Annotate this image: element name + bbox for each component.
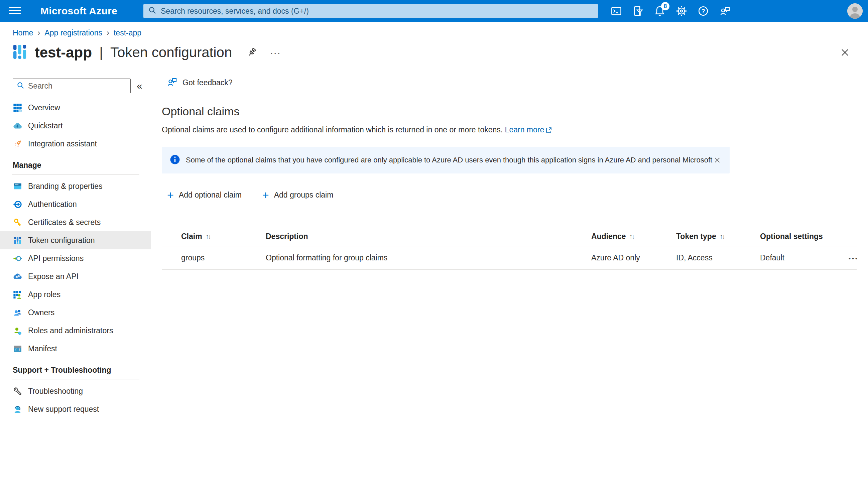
column-header-claim[interactable]: Claim ↑↓: [181, 232, 266, 241]
svg-text:www: www: [15, 184, 19, 185]
avatar[interactable]: [847, 3, 863, 19]
page-title-section: Token configuration: [110, 44, 232, 61]
brand-title[interactable]: Microsoft Azure: [40, 0, 117, 22]
hamburger-menu-icon[interactable]: [9, 7, 21, 15]
claims-table-header: Claim ↑↓ Description Audience ↑↓ Token t…: [162, 227, 857, 246]
sidebar-item-label: Roles and administrators: [28, 326, 113, 335]
sidebar-item-label: Integration assistant: [28, 140, 97, 148]
feedback-icon[interactable]: [719, 5, 731, 17]
feedback-icon: [167, 77, 178, 89]
branding-icon: www: [13, 182, 22, 191]
sidebar-item-label: Manifest: [28, 344, 57, 353]
cell-description: Optional formatting for group claims: [266, 253, 591, 263]
sidebar-item-roles-admins[interactable]: Roles and administrators: [0, 322, 151, 340]
sidebar-menu: « Overview Quickstart Integration assist…: [0, 68, 151, 418]
sort-arrows-icon: ↑↓: [629, 233, 634, 240]
overview-icon: [13, 103, 22, 113]
external-link-icon: [546, 126, 552, 136]
more-actions-icon[interactable]: …: [269, 44, 281, 61]
sidebar-item-token-configuration[interactable]: Token configuration: [0, 231, 151, 249]
divider: [12, 379, 140, 379]
command-bar: Got feedback?: [162, 68, 868, 97]
breadcrumb-app-registrations[interactable]: App registrations: [44, 28, 102, 37]
sidebar-section-manage: Manage: [0, 153, 151, 170]
global-search-box[interactable]: [144, 4, 598, 18]
cell-token-type: ID, Access: [676, 253, 760, 263]
got-feedback-button[interactable]: Got feedback?: [162, 77, 232, 89]
support-request-icon: [13, 404, 22, 414]
settings-gear-icon[interactable]: [676, 5, 687, 17]
top-bar: Microsoft Azure 8: [0, 0, 868, 22]
cloud-shell-icon[interactable]: [610, 5, 622, 17]
sidebar-item-authentication[interactable]: Authentication: [0, 195, 151, 213]
sidebar-item-label: Expose an API: [28, 272, 79, 281]
learn-more-link[interactable]: Learn more: [505, 125, 545, 134]
info-icon: [170, 154, 180, 166]
sidebar-item-label: Overview: [28, 103, 60, 112]
sidebar-item-quickstart[interactable]: Quickstart: [0, 117, 151, 135]
sidebar-item-app-roles[interactable]: App roles: [0, 285, 151, 304]
sidebar-item-api-permissions[interactable]: API permissions: [0, 249, 151, 267]
svg-text:{ }: { }: [15, 348, 21, 351]
sidebar-item-label: Authentication: [28, 200, 77, 209]
sidebar-search-input[interactable]: [28, 82, 127, 91]
plus-icon: +: [167, 190, 174, 200]
info-banner-text: Some of the optional claims that you hav…: [186, 156, 714, 164]
directories-filter-icon[interactable]: [632, 5, 644, 17]
row-actions-icon[interactable]: •••: [848, 255, 859, 262]
column-header-token-type[interactable]: Token type ↑↓: [676, 232, 760, 241]
sort-arrows-icon: ↑↓: [206, 233, 210, 240]
description-text: Optional claims are used to configure ad…: [162, 125, 503, 134]
close-blade-icon[interactable]: [840, 48, 850, 59]
sidebar-item-branding[interactable]: www Branding & properties: [0, 177, 151, 195]
expose-api-icon: [13, 272, 22, 281]
section-description: Optional claims are used to configure ad…: [162, 125, 868, 136]
banner-close-icon[interactable]: [714, 156, 721, 164]
column-header-optional-settings: Optional settings: [760, 232, 848, 241]
sidebar-section-support: Support + Troubleshooting: [0, 358, 151, 375]
collapse-sidebar-icon[interactable]: «: [137, 80, 143, 92]
help-icon[interactable]: ?: [697, 5, 709, 17]
sidebar-item-overview[interactable]: Overview: [0, 99, 151, 117]
notification-count-badge: 8: [661, 2, 670, 10]
sidebar-item-troubleshooting[interactable]: Troubleshooting: [0, 382, 151, 400]
sort-arrows-icon: ↑↓: [720, 233, 724, 240]
table-row[interactable]: groups Optional formatting for group cla…: [162, 246, 857, 270]
breadcrumb-test-app[interactable]: test-app: [114, 28, 142, 37]
sidebar-item-expose-api[interactable]: Expose an API: [0, 267, 151, 285]
global-search-input[interactable]: [161, 7, 593, 16]
pin-icon[interactable]: [247, 47, 257, 58]
troubleshooting-wrench-icon: [13, 387, 22, 396]
add-optional-claim-button[interactable]: + Add optional claim: [162, 190, 242, 200]
cell-audience: Azure AD only: [591, 253, 676, 263]
quickstart-icon: [13, 121, 22, 131]
manifest-icon: { }: [13, 344, 22, 354]
notifications-bell-icon[interactable]: 8: [654, 5, 666, 17]
api-permissions-icon: [13, 254, 22, 264]
add-optional-claim-label: Add optional claim: [179, 190, 242, 200]
app-roles-icon: [13, 290, 22, 300]
chevron-right-icon: ›: [37, 28, 40, 37]
sidebar-item-label: Certificates & secrets: [28, 218, 101, 227]
add-groups-claim-label: Add groups claim: [274, 190, 334, 200]
sidebar-item-label: API permissions: [28, 254, 84, 263]
sidebar-item-label: Token configuration: [28, 236, 95, 245]
page-title-separator: |: [99, 44, 103, 61]
breadcrumb-home[interactable]: Home: [13, 28, 33, 37]
sidebar-item-certificates[interactable]: Certificates & secrets: [0, 213, 151, 231]
sidebar-item-label: Owners: [28, 308, 55, 317]
sidebar-item-label: Quickstart: [28, 121, 63, 130]
certificates-icon: [13, 218, 22, 227]
search-icon: [148, 6, 157, 16]
sidebar-item-integration-assistant[interactable]: Integration assistant: [0, 135, 151, 153]
sidebar-search-box[interactable]: [13, 79, 131, 93]
plus-icon: +: [262, 190, 269, 200]
got-feedback-label: Got feedback?: [183, 78, 232, 87]
column-header-audience[interactable]: Audience ↑↓: [591, 232, 676, 241]
cell-optional-settings: Default: [760, 253, 848, 263]
breadcrumb: Home › App registrations › test-app: [13, 28, 142, 37]
sidebar-item-new-support-request[interactable]: New support request: [0, 400, 151, 418]
add-groups-claim-button[interactable]: + Add groups claim: [257, 190, 334, 200]
sidebar-item-manifest[interactable]: { } Manifest: [0, 340, 151, 358]
sidebar-item-owners[interactable]: Owners: [0, 304, 151, 322]
